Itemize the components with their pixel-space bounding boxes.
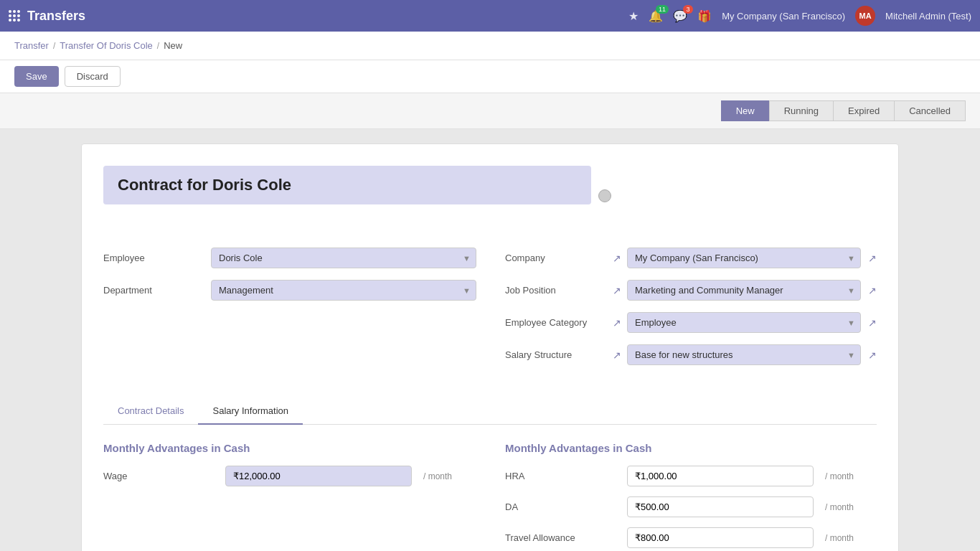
- employee-category-select[interactable]: Employee: [627, 312, 861, 333]
- tab-salary-information[interactable]: Salary Information: [198, 398, 303, 425]
- job-position-field-with-icon: ↗ Marketing and Community Manager ▼ ↗: [613, 280, 877, 301]
- job-position-select[interactable]: Marketing and Community Manager: [627, 280, 861, 301]
- salary-structure-select[interactable]: Base for new structures: [627, 344, 861, 365]
- company-link-icon[interactable]: ↗: [613, 253, 621, 264]
- da-input[interactable]: [627, 496, 814, 517]
- avatar[interactable]: MA: [855, 6, 875, 26]
- employee-category-label: Employee Category: [505, 317, 606, 328]
- salary-structure-control: ↗ Base for new structures ▼ ↗: [613, 344, 877, 365]
- company-select-wrap: My Company (San Francisco) ▼: [627, 248, 861, 268]
- wage-per-month: / month: [423, 471, 452, 481]
- company-control: ↗ My Company (San Francisco) ▼ ↗: [613, 248, 877, 268]
- salary-structure-field-with-icon: ↗ Base for new structures ▼ ↗: [613, 344, 877, 365]
- company-select[interactable]: My Company (San Francisco): [627, 248, 861, 268]
- wage-label: Wage: [103, 471, 218, 481]
- discard-button[interactable]: Discard: [65, 66, 121, 87]
- form-left: Employee Doris Cole ▼ Department: [103, 248, 476, 377]
- company-field-with-icon: ↗ My Company (San Francisco) ▼ ↗: [613, 248, 877, 268]
- navbar-icons: ★ 🔔 11 💬 3 🎁 My Company (San Francisco) …: [628, 6, 971, 26]
- gift-icon[interactable]: 🎁: [697, 9, 712, 23]
- save-button[interactable]: Save: [14, 66, 59, 87]
- status-cancelled[interactable]: Cancelled: [894, 100, 966, 121]
- breadcrumb-transfer[interactable]: Transfer: [14, 40, 49, 51]
- tab-contract-details[interactable]: Contract Details: [103, 398, 198, 425]
- breadcrumb: Transfer / Transfer Of Doris Cole / New: [0, 32, 980, 60]
- department-select-wrap: Management ▼: [211, 280, 476, 301]
- title-indicator: [598, 189, 611, 202]
- salary-left-title: Monthly Advantages in Cash: [103, 442, 462, 454]
- title-row: [103, 166, 877, 226]
- company-selector[interactable]: My Company (San Francisco): [722, 11, 845, 22]
- main-content: Employee Doris Cole ▼ Department: [0, 129, 980, 551]
- job-position-field-row: Job Position ↗ Marketing and Community M…: [505, 280, 877, 301]
- employee-control: Doris Cole ▼: [211, 248, 476, 268]
- employee-field-row: Employee Doris Cole ▼: [103, 248, 476, 268]
- breadcrumb-new: New: [164, 40, 182, 51]
- travel-allowance-row: Travel Allowance / month: [505, 527, 877, 548]
- status-bar: New Running Expired Cancelled: [0, 93, 980, 129]
- job-position-external-icon[interactable]: ↗: [868, 285, 877, 296]
- salary-right: Monthly Advantages in Cash HRA / month D…: [505, 442, 877, 551]
- salary-structure-link-icon[interactable]: ↗: [613, 349, 621, 361]
- star-icon[interactable]: ★: [628, 9, 639, 23]
- contract-title-input[interactable]: [103, 166, 591, 204]
- status-running[interactable]: Running: [769, 100, 834, 121]
- employee-category-link-icon[interactable]: ↗: [613, 317, 621, 329]
- employee-select-wrap: Doris Cole ▼: [211, 248, 476, 268]
- salary-structure-external-icon[interactable]: ↗: [868, 349, 877, 361]
- company-external-icon[interactable]: ↗: [868, 253, 877, 264]
- status-expired[interactable]: Expired: [833, 100, 895, 121]
- breadcrumb-transfer-of[interactable]: Transfer Of Doris Cole: [60, 40, 153, 51]
- employee-category-select-wrap: Employee ▼: [627, 312, 861, 333]
- company-field-row: Company ↗ My Company (San Francisco) ▼ ↗: [505, 248, 877, 268]
- employee-select[interactable]: Doris Cole: [211, 248, 476, 268]
- salary-structure-select-wrap: Base for new structures ▼: [627, 344, 861, 365]
- wage-row: Wage / month: [103, 466, 462, 486]
- job-position-control: ↗ Marketing and Community Manager ▼ ↗: [613, 280, 877, 301]
- employee-label: Employee: [103, 253, 204, 263]
- department-field-row: Department Management ▼: [103, 280, 476, 301]
- form-card: Employee Doris Cole ▼ Department: [81, 143, 899, 551]
- salary-structure-field-row: Salary Structure ↗ Base for new structur…: [505, 344, 877, 365]
- salary-structure-label: Salary Structure: [505, 349, 606, 360]
- chat-icon[interactable]: 💬 3: [673, 9, 687, 23]
- salary-section: Monthly Advantages in Cash Wage / month …: [103, 442, 877, 551]
- salary-right-title: Monthly Advantages in Cash: [505, 442, 877, 454]
- form-grid: Employee Doris Cole ▼ Department: [103, 248, 877, 377]
- bell-icon[interactable]: 🔔 11: [649, 9, 663, 23]
- status-new[interactable]: New: [721, 100, 770, 121]
- travel-allowance-per-month: / month: [825, 533, 854, 543]
- job-position-label: Job Position: [505, 285, 606, 296]
- travel-allowance-input[interactable]: [627, 527, 814, 548]
- company-label: Company: [505, 253, 606, 263]
- travel-allowance-label: Travel Allowance: [505, 532, 620, 543]
- apps-icon[interactable]: [9, 10, 20, 22]
- department-label: Department: [103, 285, 204, 296]
- wage-input[interactable]: [225, 466, 412, 486]
- job-position-link-icon[interactable]: ↗: [613, 285, 621, 296]
- job-position-select-wrap: Marketing and Community Manager ▼: [627, 280, 861, 301]
- hra-per-month: / month: [825, 471, 854, 481]
- breadcrumb-sep-2: /: [157, 41, 159, 51]
- hra-row: HRA / month: [505, 466, 877, 486]
- notification-badge: 11: [656, 5, 669, 14]
- tabs-row: Contract Details Salary Information: [103, 398, 877, 425]
- employee-category-external-icon[interactable]: ↗: [868, 317, 877, 329]
- salary-left: Monthly Advantages in Cash Wage / month: [103, 442, 462, 551]
- message-badge: 3: [683, 5, 693, 14]
- da-label: DA: [505, 501, 620, 512]
- da-per-month: / month: [825, 502, 854, 512]
- action-bar: Save Discard: [0, 60, 980, 93]
- da-row: DA / month: [505, 496, 877, 517]
- department-control: Management ▼: [211, 280, 476, 301]
- navbar: Transfers ★ 🔔 11 💬 3 🎁 My Company (San F…: [0, 0, 980, 32]
- employee-category-field-row: Employee Category ↗ Employee ▼ ↗: [505, 312, 877, 333]
- employee-category-control: ↗ Employee ▼ ↗: [613, 312, 877, 333]
- app-title: Transfers: [27, 9, 621, 24]
- department-select[interactable]: Management: [211, 280, 476, 301]
- hra-label: HRA: [505, 471, 620, 481]
- employee-category-field-with-icon: ↗ Employee ▼ ↗: [613, 312, 877, 333]
- form-right: Company ↗ My Company (San Francisco) ▼ ↗: [505, 248, 877, 377]
- hra-input[interactable]: [627, 466, 814, 486]
- user-menu[interactable]: Mitchell Admin (Test): [885, 11, 971, 22]
